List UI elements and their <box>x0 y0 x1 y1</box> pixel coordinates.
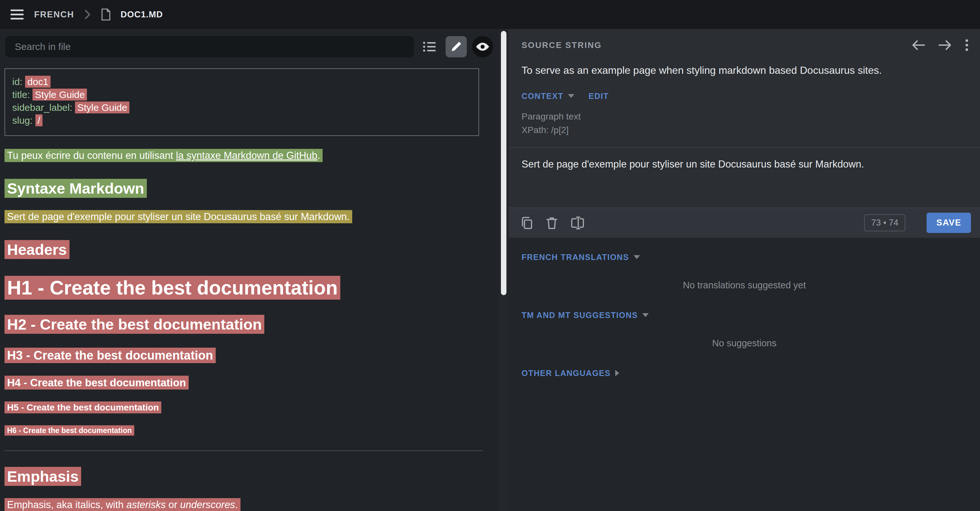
text-selection-button[interactable] <box>571 216 585 230</box>
emphasis-italic: underscores <box>180 499 235 510</box>
pencil-icon <box>450 40 463 53</box>
context-info: Paragraph text XPath: /p[2] <box>509 101 980 137</box>
frontmatter-key: title: <box>12 89 32 100</box>
copy-source-button[interactable] <box>520 216 533 230</box>
string-frontmatter-title[interactable]: Style Guide <box>32 89 87 101</box>
tm-mt-label: TM AND MT SUGGESTIONS <box>522 311 638 320</box>
chevron-down-icon <box>568 94 574 98</box>
context-row: CONTEXT EDIT <box>509 77 980 101</box>
string-h5[interactable]: H5 - Create the best documentation <box>5 401 161 414</box>
string-emphasis[interactable]: Emphasis, aka italics, with asterisks or… <box>5 498 240 511</box>
topbar: FRENCH DOC1.MD <box>0 0 980 29</box>
breadcrumb-project[interactable]: FRENCH <box>34 10 74 20</box>
frontmatter-line: sidebar_label: Style Guide <box>12 101 471 114</box>
chevron-down-icon <box>633 255 640 259</box>
intro-text: Tu peux écrire du contenu en utilisant <box>7 150 176 161</box>
arrow-right-icon <box>938 40 952 51</box>
markdown-syntax-link[interactable]: la syntaxe Markdown de GitHub <box>176 150 317 161</box>
other-languages-label: OTHER LANGUAGES <box>522 369 611 378</box>
previous-string-button[interactable] <box>912 40 925 51</box>
context-xpath: XPath: /p[2] <box>522 123 967 137</box>
frontmatter-key: sidebar_label: <box>12 102 75 113</box>
hamburger-icon <box>10 9 24 20</box>
chevron-down-icon <box>642 313 649 317</box>
next-string-button[interactable] <box>938 40 952 51</box>
suggestion-sections: FRENCH TRANSLATIONS No translations sugg… <box>509 238 980 378</box>
french-translations-empty: No translations suggested yet <box>522 280 967 291</box>
source-string-text: To serve as an example page when styling… <box>509 51 980 77</box>
emphasis-italic: asterisks <box>126 499 165 510</box>
heading-h6: H6 - Create the best documentation <box>5 426 485 435</box>
frontmatter-line: title: Style Guide <box>12 88 471 101</box>
file-icon <box>101 8 111 21</box>
context-label: CONTEXT <box>522 91 563 101</box>
edit-mode-button[interactable] <box>445 36 467 57</box>
edit-context-button[interactable]: EDIT <box>589 91 609 101</box>
paragraph-intro: Tu peux écrire du contenu en utilisant l… <box>5 148 485 163</box>
document-preview: id: doc1 title: Style Guide sidebar_labe… <box>0 57 499 511</box>
save-button[interactable]: SAVE <box>927 212 971 233</box>
preview-scrollbar[interactable] <box>499 29 509 511</box>
string-h3[interactable]: H3 - Create the best documentation <box>5 348 216 363</box>
preview-mode-button[interactable] <box>472 36 493 57</box>
heading-syntaxe-markdown: Syntaxe Markdown <box>5 180 485 197</box>
french-translations-toggle[interactable]: FRENCH TRANSLATIONS <box>522 252 640 262</box>
heading-headers: Headers <box>5 241 485 259</box>
heading-emphasis: Emphasis <box>5 468 485 485</box>
string-heading-headers[interactable]: Headers <box>5 240 70 259</box>
search-row <box>0 29 499 57</box>
frontmatter-line: id: doc1 <box>12 75 471 88</box>
french-translations-label: FRENCH TRANSLATIONS <box>522 252 629 262</box>
app-window: FRENCH DOC1.MD <box>0 0 980 511</box>
string-navigation <box>912 39 969 51</box>
list-view-button[interactable] <box>419 36 441 57</box>
edit-label: EDIT <box>589 91 609 101</box>
scrollbar-thumb[interactable] <box>501 31 506 295</box>
string-intro[interactable]: Tu peux écrire du contenu en utilisant l… <box>5 149 323 162</box>
translation-input[interactable]: Sert de page d'exemple pour styliser un … <box>509 148 980 208</box>
breadcrumb-file[interactable]: DOC1.MD <box>121 10 163 20</box>
other-languages-toggle[interactable]: OTHER LANGUAGES <box>522 369 619 378</box>
string-h4[interactable]: H4 - Create the best documentation <box>5 376 189 390</box>
hamburger-menu-button[interactable] <box>10 9 24 20</box>
source-string-label: SOURCE STRING <box>522 40 602 50</box>
more-options-button[interactable] <box>964 39 969 51</box>
string-h2[interactable]: H2 - Create the best documentation <box>5 315 264 334</box>
source-string-card: SOURCE STRING <box>509 29 980 238</box>
frontmatter-key: slug: <box>12 115 35 126</box>
horizontal-rule <box>5 450 483 451</box>
copy-icon <box>520 216 533 230</box>
paragraph-selected: Sert de page d'exemple pour styliser un … <box>5 209 485 224</box>
string-heading-markdown[interactable]: Syntaxe Markdown <box>5 179 147 198</box>
frontmatter-key: id: <box>12 77 25 87</box>
heading-h3: H3 - Create the best documentation <box>5 349 485 362</box>
heading-h5: H5 - Create the best documentation <box>5 402 485 413</box>
source-header: SOURCE STRING <box>509 29 980 51</box>
emphasis-text: . <box>235 499 238 510</box>
character-counter: 73 • 74 <box>864 214 906 232</box>
translation-toolbar: 73 • 74 SAVE <box>509 208 980 238</box>
string-frontmatter-slug[interactable]: / <box>35 114 43 126</box>
tm-mt-suggestions-toggle[interactable]: TM AND MT SUGGESTIONS <box>522 311 649 320</box>
string-heading-emphasis[interactable]: Emphasis <box>5 467 81 486</box>
emphasis-text: or <box>166 499 180 510</box>
arrow-left-icon <box>912 40 925 51</box>
string-h6[interactable]: H6 - Create the best documentation <box>5 425 134 436</box>
clear-translation-button[interactable] <box>546 216 558 230</box>
context-type: Paragraph text <box>522 110 967 123</box>
eye-icon <box>476 41 490 53</box>
tm-mt-empty: No suggestions <box>522 338 967 349</box>
intro-text-end: . <box>317 150 320 161</box>
trash-icon <box>546 216 558 230</box>
search-input[interactable] <box>5 36 414 57</box>
list-icon <box>423 41 437 53</box>
breadcrumb-chevron-icon <box>84 9 91 20</box>
string-selected[interactable]: Sert de page d'exemple pour styliser un … <box>5 210 352 223</box>
context-toggle[interactable]: CONTEXT <box>522 91 574 101</box>
string-frontmatter-id[interactable]: doc1 <box>25 76 51 88</box>
heading-h4: H4 - Create the best documentation <box>5 377 485 389</box>
frontmatter-line: slug: / <box>12 114 471 127</box>
string-frontmatter-sidebar-label[interactable]: Style Guide <box>75 102 129 113</box>
string-h1[interactable]: H1 - Create the best documentation <box>5 276 340 300</box>
heading-h2: H2 - Create the best documentation <box>5 316 485 333</box>
